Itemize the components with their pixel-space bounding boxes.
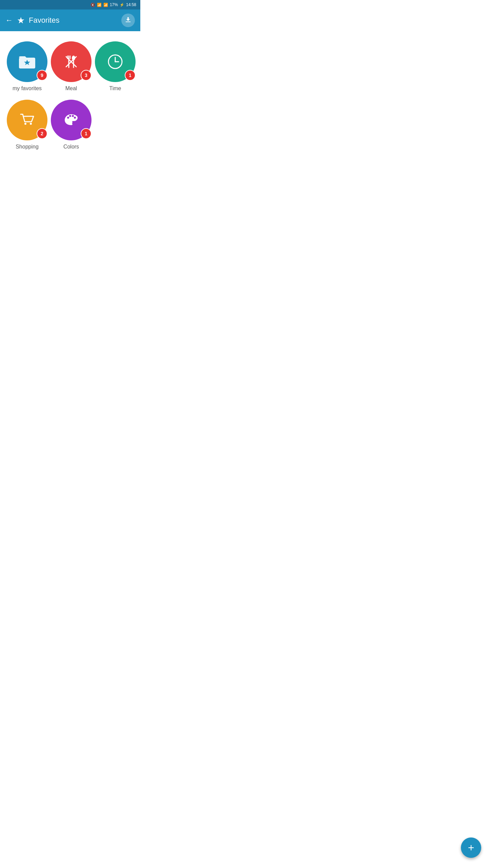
label-colors: Colors (63, 144, 79, 150)
category-circle-wrapper-colors: 1 (51, 100, 92, 140)
signal-icon: 📶 (103, 3, 108, 7)
star-icon: ★ (17, 15, 25, 26)
status-icons: 🔇 📶 📶 17% ⚡ 14:58 (90, 2, 136, 7)
label-shopping: Shopping (16, 144, 39, 150)
label-time: Time (109, 85, 121, 92)
meal-icon (63, 54, 79, 70)
category-item-colors[interactable]: 1 Colors (51, 100, 92, 150)
back-button[interactable]: ← (5, 16, 13, 25)
app-bar: ← ★ Favorites (0, 9, 140, 31)
svg-point-17 (69, 115, 71, 117)
main-content: 9 my favorites (0, 31, 140, 157)
category-item-time[interactable]: 1 Time (95, 41, 136, 92)
wifi-icon: 📶 (97, 3, 102, 7)
svg-point-15 (30, 123, 32, 125)
badge-time: 1 (125, 70, 136, 81)
svg-point-18 (72, 115, 74, 117)
battery-icon: ⚡ (120, 3, 124, 7)
category-grid-row2: 2 Shopping 1 Colors (7, 100, 134, 150)
svg-point-14 (24, 123, 26, 125)
label-meal: Meal (65, 85, 77, 92)
category-item-shopping[interactable]: 2 Shopping (7, 100, 47, 150)
palette-icon (63, 112, 80, 129)
svg-point-16 (67, 117, 69, 119)
badge-shopping: 2 (37, 128, 47, 139)
svg-point-20 (72, 122, 75, 125)
time-text: 14:58 (126, 2, 136, 7)
svg-rect-0 (126, 21, 131, 22)
svg-point-19 (74, 117, 76, 119)
category-item-meal[interactable]: 3 Meal (51, 41, 92, 92)
folder-star-icon (18, 54, 36, 69)
page-title: Favorites (29, 16, 117, 25)
category-circle-wrapper-shopping: 2 (7, 100, 47, 140)
category-circle-wrapper-meal: 3 (51, 41, 92, 82)
mute-icon: 🔇 (90, 3, 95, 7)
category-circle-wrapper-time: 1 (95, 41, 136, 82)
badge-colors: 1 (81, 128, 92, 139)
battery-text: 17% (110, 2, 118, 7)
download-icon (124, 16, 132, 25)
status-bar: 🔇 📶 📶 17% ⚡ 14:58 (0, 0, 140, 9)
category-item-my-favorites[interactable]: 9 my favorites (7, 41, 47, 92)
empty-cell (95, 100, 134, 150)
badge-meal: 3 (81, 70, 92, 81)
download-button[interactable] (121, 14, 135, 27)
category-circle-wrapper-my-favorites: 9 (7, 41, 47, 82)
category-grid: 9 my favorites (7, 41, 134, 92)
cart-icon (19, 112, 36, 129)
badge-my-favorites: 9 (37, 70, 47, 81)
clock-icon (107, 53, 124, 70)
label-my-favorites: my favorites (13, 85, 42, 92)
